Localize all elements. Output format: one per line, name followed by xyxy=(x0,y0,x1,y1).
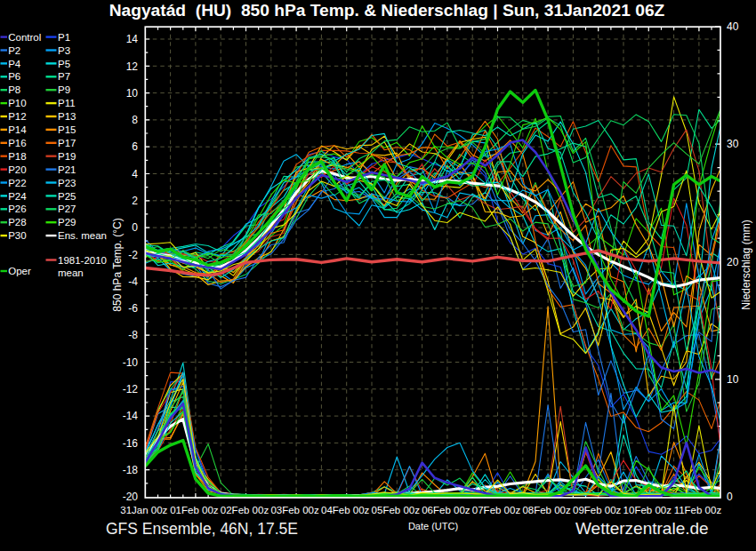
svg-text:30: 30 xyxy=(727,138,739,150)
svg-text:P16: P16 xyxy=(8,138,26,148)
svg-text:P17: P17 xyxy=(58,138,76,148)
svg-text:Date (UTC): Date (UTC) xyxy=(408,521,458,531)
svg-text:P28: P28 xyxy=(8,217,26,228)
svg-text:11Feb 00z: 11Feb 00z xyxy=(674,505,722,515)
svg-text:Ens. mean: Ens. mean xyxy=(58,230,107,241)
svg-text:P8: P8 xyxy=(8,84,20,95)
svg-text:P3: P3 xyxy=(58,45,70,56)
svg-text:P10: P10 xyxy=(8,98,26,108)
svg-text:Control: Control xyxy=(8,32,41,43)
svg-text:12: 12 xyxy=(126,60,139,73)
svg-text:-4: -4 xyxy=(128,276,138,288)
svg-text:P11: P11 xyxy=(58,98,76,108)
svg-text:-6: -6 xyxy=(128,302,138,315)
svg-text:P25: P25 xyxy=(58,191,76,202)
svg-text:02Feb 00z: 02Feb 00z xyxy=(221,505,269,515)
svg-text:P1: P1 xyxy=(58,32,70,43)
svg-text:-20: -20 xyxy=(123,491,139,503)
svg-text:Nagyatád (HU) 850 hPa Temp.: Nagyatád (HU) 850 hPa Temp. & Niederschl… xyxy=(109,1,665,20)
svg-text:31Jan 00z: 31Jan 00z xyxy=(120,505,167,515)
svg-text:05Feb 00z: 05Feb 00z xyxy=(372,505,421,515)
svg-text:P14: P14 xyxy=(8,124,27,135)
svg-text:10: 10 xyxy=(126,87,139,100)
svg-text:P13: P13 xyxy=(58,111,76,122)
svg-text:P23: P23 xyxy=(58,178,76,188)
svg-text:0: 0 xyxy=(132,221,138,234)
svg-text:2: 2 xyxy=(132,195,138,207)
svg-text:-8: -8 xyxy=(128,329,138,341)
svg-text:P29: P29 xyxy=(58,217,76,228)
svg-text:P4: P4 xyxy=(8,59,21,69)
svg-text:P21: P21 xyxy=(58,164,76,175)
svg-text:4: 4 xyxy=(132,168,138,180)
svg-text:08Feb 00z: 08Feb 00z xyxy=(522,505,571,515)
svg-text:40: 40 xyxy=(727,20,739,33)
svg-text:-2: -2 xyxy=(128,249,138,261)
svg-text:P5: P5 xyxy=(58,59,70,69)
svg-text:01Feb 00z: 01Feb 00z xyxy=(170,505,219,515)
svg-text:Wetterzentrale.de: Wetterzentrale.de xyxy=(575,519,709,538)
svg-text:Niederschlag (mm): Niederschlag (mm) xyxy=(740,220,752,309)
svg-text:P20: P20 xyxy=(8,164,26,175)
svg-text:P24: P24 xyxy=(8,191,27,202)
svg-text:-14: -14 xyxy=(123,410,139,422)
svg-text:04Feb 00z: 04Feb 00z xyxy=(321,505,370,515)
svg-text:8: 8 xyxy=(132,114,138,126)
svg-text:-12: -12 xyxy=(123,383,139,395)
svg-text:GFS Ensemble, 46N, 17.5E: GFS Ensemble, 46N, 17.5E xyxy=(106,520,298,538)
svg-text:Oper: Oper xyxy=(8,266,31,276)
svg-text:07Feb 00z: 07Feb 00z xyxy=(472,505,521,515)
svg-text:-10: -10 xyxy=(123,356,139,369)
svg-text:P30: P30 xyxy=(8,230,26,241)
svg-text:P22: P22 xyxy=(8,178,26,188)
svg-text:1981-2010: 1981-2010 xyxy=(58,255,107,266)
svg-text:09Feb 00z: 09Feb 00z xyxy=(573,505,622,515)
svg-text:P6: P6 xyxy=(8,71,20,82)
svg-text:P7: P7 xyxy=(58,71,70,82)
svg-text:03Feb 00z: 03Feb 00z xyxy=(270,505,319,515)
svg-text:P18: P18 xyxy=(8,151,26,162)
svg-text:0: 0 xyxy=(727,491,733,503)
svg-text:P19: P19 xyxy=(58,151,76,162)
svg-text:20: 20 xyxy=(727,256,739,268)
svg-text:14: 14 xyxy=(126,33,139,45)
svg-text:mean: mean xyxy=(58,268,84,278)
svg-text:-16: -16 xyxy=(123,437,139,450)
svg-text:P26: P26 xyxy=(8,204,26,214)
svg-text:-18: -18 xyxy=(123,464,139,476)
svg-text:850 hPa Temp. (°C): 850 hPa Temp. (°C) xyxy=(111,218,124,311)
svg-text:10Feb 00z: 10Feb 00z xyxy=(623,505,672,515)
svg-text:P9: P9 xyxy=(58,84,70,95)
svg-text:P15: P15 xyxy=(58,124,76,135)
svg-text:P2: P2 xyxy=(8,45,20,56)
svg-text:6: 6 xyxy=(132,140,138,153)
svg-text:10: 10 xyxy=(727,373,739,386)
svg-text:P12: P12 xyxy=(8,111,26,122)
svg-text:P27: P27 xyxy=(58,204,76,214)
svg-text:06Feb 00z: 06Feb 00z xyxy=(422,505,470,515)
